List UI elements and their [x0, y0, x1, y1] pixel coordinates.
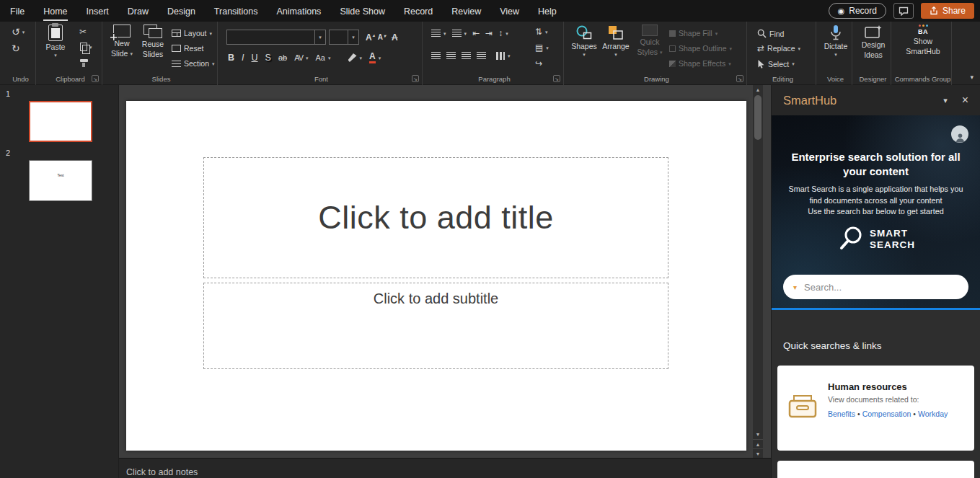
- justify-icon[interactable]: [477, 52, 486, 60]
- menu-tab-view[interactable]: View: [500, 1, 519, 21]
- scroll-up-button[interactable]: ▲: [753, 85, 763, 94]
- drawing-dialog-launcher[interactable]: ↘: [736, 75, 743, 82]
- align-right-icon[interactable]: [462, 52, 471, 60]
- menu-tab-animations[interactable]: Animations: [277, 1, 322, 21]
- select-button[interactable]: Select▾: [757, 59, 795, 68]
- title-placeholder[interactable]: Click to add title: [203, 157, 668, 278]
- slide-editor[interactable]: Click to add title Click to add subtitle: [126, 101, 746, 451]
- redo-icon[interactable]: ↻: [12, 43, 20, 53]
- underline-button[interactable]: U: [252, 53, 258, 63]
- previous-slide-button[interactable]: ▲: [753, 439, 763, 448]
- new-slide-button[interactable]: New Slide▾: [107, 25, 137, 58]
- link-benefits[interactable]: Benefits: [828, 410, 855, 418]
- menu-tab-review[interactable]: Review: [451, 1, 481, 21]
- reuse-slides-button[interactable]: Reuse Slides: [137, 25, 169, 58]
- slide-canvas-area: Click to add title Click to add subtitle…: [119, 85, 771, 478]
- reset-button[interactable]: Reset: [172, 44, 203, 53]
- menu-tab-insert[interactable]: Insert: [87, 1, 109, 21]
- quick-styles-button[interactable]: Quick Styles▾: [635, 25, 665, 56]
- smarthub-search-bar[interactable]: ▾: [783, 275, 968, 299]
- decrease-font-size-button[interactable]: A▾: [378, 33, 386, 41]
- shape-effects-button[interactable]: Shape Effects▾: [669, 59, 731, 68]
- shapes-button[interactable]: Shapes ▾: [570, 25, 599, 57]
- font-size-combobox[interactable]: ▾: [329, 30, 359, 45]
- search-input[interactable]: [804, 282, 958, 293]
- change-case-button[interactable]: Aa▾: [316, 53, 331, 62]
- slide-thumbnail-1[interactable]: [29, 101, 92, 142]
- character-spacing-button[interactable]: AV▾: [294, 53, 308, 62]
- notes-pane[interactable]: Click to add notes: [119, 458, 771, 478]
- convert-to-smartart-icon[interactable]: ↪: [535, 59, 542, 68]
- italic-button[interactable]: I: [242, 53, 244, 63]
- dictate-button[interactable]: Dictate ▾: [820, 25, 852, 57]
- menu-tab-draw[interactable]: Draw: [128, 1, 149, 21]
- font-color-button[interactable]: A▾: [369, 52, 381, 63]
- text-shadow-button[interactable]: S: [265, 53, 271, 63]
- shape-fill-button[interactable]: Shape Fill▾: [669, 29, 718, 37]
- comments-button[interactable]: [893, 3, 914, 19]
- menu-tab-help[interactable]: Help: [538, 1, 557, 21]
- record-button[interactable]: ◉ Record: [829, 3, 886, 19]
- bullets-button[interactable]: ▾: [431, 30, 446, 37]
- slide-thumbnail-2[interactable]: Test: [29, 160, 92, 201]
- align-left-icon[interactable]: [431, 52, 441, 60]
- link-compensation[interactable]: Compensation: [862, 410, 911, 418]
- format-painter-icon[interactable]: [80, 59, 88, 62]
- link-workday[interactable]: Workday: [918, 410, 948, 418]
- scrollbar-thumb[interactable]: [754, 95, 762, 140]
- quick-search-card-partial[interactable]: [777, 461, 974, 478]
- smarthub-header: SmartHub ▾ ×: [772, 85, 980, 115]
- menu-tab-design[interactable]: Design: [167, 1, 195, 21]
- copy-icon[interactable]: [80, 43, 87, 51]
- replace-button[interactable]: ⇄Replace▾: [757, 44, 800, 53]
- text-direction-button[interactable]: ⇅▾: [535, 27, 548, 36]
- font-size-dropdown-icon[interactable]: ▾: [348, 30, 358, 44]
- clear-formatting-button[interactable]: A: [392, 32, 398, 43]
- font-dialog-launcher[interactable]: ↘: [412, 75, 419, 82]
- numbering-button[interactable]: ▾: [452, 30, 467, 37]
- font-name-combobox[interactable]: ▾: [226, 30, 326, 45]
- menu-tab-slide-show[interactable]: Slide Show: [340, 1, 385, 21]
- arrange-button[interactable]: Arrange ▾: [600, 25, 632, 57]
- increase-font-size-button[interactable]: A▴: [366, 32, 375, 43]
- decrease-indent-icon[interactable]: ⇤: [472, 29, 480, 37]
- ribbon-group-designer: Design Ideas Designer: [855, 22, 891, 85]
- subtitle-placeholder[interactable]: Click to add subtitle: [203, 283, 668, 369]
- menu-tab-transitions[interactable]: Transitions: [214, 1, 258, 21]
- undo-icon[interactable]: ↺: [12, 27, 20, 37]
- section-button[interactable]: Section▾: [172, 59, 215, 68]
- layout-button[interactable]: Layout▾: [172, 29, 212, 37]
- line-spacing-button[interactable]: ↕▾: [498, 29, 508, 37]
- scroll-down-button[interactable]: ▼: [753, 430, 763, 439]
- columns-button[interactable]: ▾: [496, 52, 511, 60]
- menu-tab-file[interactable]: File: [10, 1, 25, 21]
- vertical-scrollbar[interactable]: ▲ ▼ ▲ ▼: [753, 85, 763, 458]
- next-slide-button[interactable]: ▼: [753, 448, 763, 458]
- search-scope-dropdown-icon[interactable]: ▾: [793, 283, 797, 291]
- paragraph-dialog-launcher[interactable]: ↘: [553, 75, 560, 82]
- font-name-dropdown-icon[interactable]: ▾: [314, 30, 325, 44]
- smarthub-close-icon[interactable]: ×: [962, 94, 968, 106]
- find-button[interactable]: Find: [757, 29, 784, 38]
- paste-button[interactable]: Paste ▾: [40, 25, 71, 58]
- clipboard-dialog-launcher[interactable]: ↘: [92, 75, 99, 82]
- cut-icon[interactable]: ✂: [79, 27, 87, 36]
- ribbon-group-editing: Find ⇄Replace▾ Select▾ Editing: [750, 22, 816, 85]
- undo-dropdown-icon[interactable]: ▾: [22, 30, 25, 35]
- collapse-ribbon-button[interactable]: ▾: [970, 74, 974, 81]
- strikethrough-button[interactable]: ab: [278, 53, 287, 62]
- smarthub-options-dropdown-icon[interactable]: ▾: [943, 96, 948, 105]
- increase-indent-icon[interactable]: ⇥: [485, 29, 493, 37]
- align-center-icon[interactable]: [446, 52, 456, 60]
- shape-outline-button[interactable]: Shape Outline▾: [669, 44, 732, 53]
- menu-tab-record[interactable]: Record: [404, 1, 433, 21]
- share-button[interactable]: Share: [921, 3, 974, 19]
- show-smarthub-label-2: SmartHub: [906, 47, 940, 56]
- align-text-button[interactable]: ▤▾: [535, 43, 549, 52]
- design-ideas-button[interactable]: Design Ideas: [857, 25, 889, 59]
- show-smarthub-button[interactable]: BA Show SmartHub: [901, 25, 945, 56]
- quick-search-card-human-resources[interactable]: Human resources View documents related t…: [777, 366, 974, 451]
- bold-button[interactable]: B: [228, 53, 234, 63]
- menu-tab-home[interactable]: Home: [43, 1, 67, 21]
- text-highlight-button[interactable]: ▾: [348, 53, 363, 62]
